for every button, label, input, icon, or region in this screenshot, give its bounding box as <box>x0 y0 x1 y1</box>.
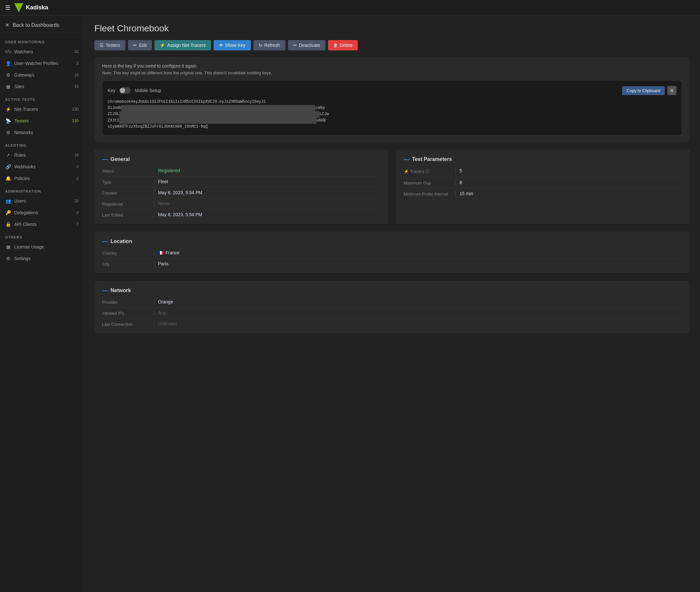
sidebar-item-policies[interactable]: 🔔 Policies 2 <box>0 172 84 184</box>
sidebar-item-label: Testers <box>14 118 29 124</box>
location-title-bar: — <box>102 238 108 245</box>
key-box-header: Key Mobile Setup Copy to Clipboard ✕ <box>108 86 677 95</box>
mobile-setup-toggle[interactable] <box>119 87 131 94</box>
city-label: City <box>102 261 154 266</box>
networks-icon: ⚙ <box>5 130 11 135</box>
user-watcher-profiles-badge: 3 <box>76 61 79 65</box>
key-line-3: ZCJ9L LCJw <box>108 111 677 117</box>
refresh-button[interactable]: ↻ Refresh <box>253 40 285 50</box>
sidebar-item-user-watcher-profiles[interactable]: 👤 User-Watcher Profiles 3 <box>0 57 84 69</box>
sidebar-item-label: Gateways <box>14 72 34 78</box>
key-line-2: OiJodU cm9p <box>108 105 677 111</box>
field-maximum-gap: Maximum Gap 8 <box>404 180 682 188</box>
last-edited-value: May 8, 2023, 5:54 PM <box>154 212 381 217</box>
key-box: Key Mobile Setup Copy to Clipboard ✕ chr… <box>102 81 682 135</box>
min-probe-interval-value: 15 min <box>455 191 682 196</box>
key-label-row: Key Mobile Setup <box>108 87 161 94</box>
sidebar-item-gateways[interactable]: ⚙ Gateways 15 <box>0 69 84 81</box>
delete-button[interactable]: 🗑 Delete <box>328 40 358 50</box>
edit-button[interactable]: ✏ Edit <box>128 40 152 50</box>
mobile-setup-label: Mobile Setup <box>135 88 161 93</box>
testers-button[interactable]: ☰ Testers <box>94 40 126 50</box>
policies-badge: 2 <box>76 176 79 181</box>
close-icon: ✕ <box>5 22 9 28</box>
country-label: Country <box>102 250 154 256</box>
layout: ✕ Back to Dashboards User Monitoring </>… <box>0 15 700 592</box>
sidebar-item-net-tracers[interactable]: ⚡ Net-Tracers 130 <box>0 103 84 115</box>
section-label-active-tests: Active Tests <box>0 92 84 103</box>
sidebar-item-label: Delegations <box>14 210 38 215</box>
last-edited-label: Last Edited <box>102 212 154 217</box>
field-country: Country 🇫🇷France <box>102 250 682 258</box>
refresh-icon: ↻ <box>258 43 262 48</box>
page-title: Fleet Chromebook <box>94 23 690 34</box>
field-last-connection: Last Connection Unknown <box>102 321 682 327</box>
api-clients-icon: 🔒 <box>5 221 11 227</box>
sidebar-item-label: Settings <box>14 256 31 261</box>
type-value: Fleet <box>154 179 381 185</box>
network-section-title: — Network <box>102 287 682 294</box>
gateways-icon: ⚙ <box>5 72 11 78</box>
allowed-ips-label: Allowed IPs <box>102 310 154 316</box>
sidebar-item-watchers[interactable]: </> Watchers 32 <box>0 46 84 57</box>
logo-icon <box>14 3 23 12</box>
key-line-5: sIy8A9OTFzzX6xqZBZJsFr0lJ6KNtH06_tOhMC1-… <box>108 124 677 130</box>
sidebar-item-testers[interactable]: 📡 Testers 110 <box>0 115 84 127</box>
status-label: Status <box>102 168 154 174</box>
back-to-dashboards[interactable]: ✕ Back to Dashboards <box>0 18 84 32</box>
menu-icon[interactable]: ☰ <box>5 4 10 11</box>
field-last-edited: Last Edited May 8, 2023, 5:54 PM <box>102 212 381 217</box>
sidebar-item-rules[interactable]: ↗ Rules 18 <box>0 149 84 161</box>
sidebar-item-settings[interactable]: ⚙ Settings <box>0 253 84 264</box>
key-line-1: chromebook#eyJhbGciOiJFUzI1NiIsInR5cCI6I… <box>108 99 677 105</box>
sidebar-item-license-usage[interactable]: ▦ License Usage <box>0 241 84 253</box>
field-min-probe-interval: Minimum Probe Interval 15 min <box>404 191 682 196</box>
key-panel: Here is the key if you need to configure… <box>94 57 690 142</box>
trash-icon: 🗑 <box>333 43 338 48</box>
license-usage-icon: ▦ <box>5 244 11 250</box>
close-key-button[interactable]: ✕ <box>667 86 677 95</box>
sidebar-item-users[interactable]: 👥 Users 20 <box>0 195 84 207</box>
rules-icon: ↗ <box>5 152 11 158</box>
type-label: Type <box>102 179 154 185</box>
gateways-badge: 15 <box>74 73 79 77</box>
sidebar-item-webhooks[interactable]: 🔗 Webhooks 4 <box>0 161 84 172</box>
sidebar-item-delegations[interactable]: 🔑 Delegations 0 <box>0 207 84 218</box>
field-allowed-ips: Allowed IPs Any <box>102 310 682 318</box>
sidebar-item-label: API Clients <box>14 222 37 227</box>
provider-label: Provider <box>102 299 154 305</box>
watchers-badge: 32 <box>74 49 79 54</box>
sidebar-item-sites[interactable]: ▦ Sites 15 <box>0 81 84 92</box>
users-badge: 20 <box>74 199 79 203</box>
copy-to-clipboard-button[interactable]: Copy to Clipboard <box>622 86 665 95</box>
sidebar-item-networks[interactable]: ⚙ Networks <box>0 127 84 138</box>
show-key-button[interactable]: 👁 Show Key <box>214 40 251 50</box>
topbar: ☰ Kadiska <box>0 0 700 15</box>
general-title-bar: — <box>102 156 108 163</box>
deactivate-button[interactable]: ✂ Deactivate <box>288 40 326 50</box>
key-label: Key <box>108 88 115 93</box>
test-parameters-section: — Test Parameters ⚡ Tracers ⓘ 5 Maximum … <box>396 150 690 224</box>
sidebar-item-label: License Usage <box>14 244 44 249</box>
sites-badge: 15 <box>74 84 79 89</box>
key-actions: Copy to Clipboard ✕ <box>622 86 677 95</box>
status-value: Registered <box>154 168 381 174</box>
webhooks-icon: 🔗 <box>5 164 11 170</box>
key-panel-warning: Note: This key might be different from t… <box>102 70 682 75</box>
net-tracers-icon: ⚡ <box>5 106 11 112</box>
settings-icon: ⚙ <box>5 256 11 261</box>
network-title-bar: — <box>102 287 108 294</box>
section-label-administration: Administration <box>0 184 84 195</box>
logo-text: Kadiska <box>26 4 48 11</box>
net-tracers-badge: 130 <box>72 107 79 111</box>
sidebar-item-api-clients[interactable]: 🔒 API Clients 7 <box>0 218 84 230</box>
field-provider: Provider Orange <box>102 299 682 308</box>
deactivate-icon: ✂ <box>293 43 297 48</box>
assign-net-tracers-button[interactable]: ⚡ Assign Net-Tracers <box>154 40 211 50</box>
watchers-icon: </> <box>5 49 11 55</box>
field-city: City Paris <box>102 261 682 266</box>
user-watcher-profiles-icon: 👤 <box>5 60 11 66</box>
sidebar-item-label: Watchers <box>14 49 33 54</box>
back-label: Back to Dashboards <box>13 22 59 28</box>
field-created: Created May 8, 2023, 5:54 PM <box>102 190 381 198</box>
